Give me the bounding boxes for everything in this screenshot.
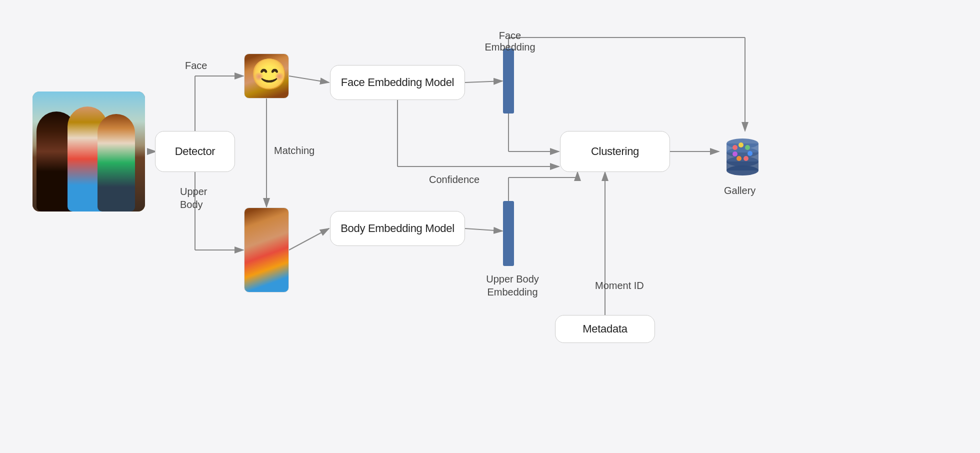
svg-point-34 [744,156,748,161]
arrows-svg [0,0,980,453]
gallery-icon [720,132,765,178]
svg-point-33 [748,151,752,156]
clustering-box: Clustering [560,131,670,172]
face-crop-image [244,54,289,98]
diagram-container: Detector Face Embedding Model Body Embed… [0,0,980,453]
upper-body-label: UpperBody [180,185,207,211]
body-embedding-model-label: Body Embedding Model [340,222,454,235]
confidence-label: Confidence [429,174,480,186]
detector-box: Detector [155,131,235,172]
svg-point-35 [736,156,742,161]
clustering-label: Clustering [591,145,639,158]
svg-point-32 [745,145,750,150]
svg-line-7 [289,76,329,82]
moment-id-label: Moment ID [595,280,644,292]
face-embedding-bar [503,48,514,114]
metadata-box: Metadata [555,315,655,343]
upper-body-embedding-label: Upper BodyEmbedding [480,272,545,298]
svg-point-36 [732,152,738,156]
svg-point-30 [732,145,738,150]
svg-point-31 [738,142,744,148]
face-label: Face [185,60,207,72]
face-embedding-title: Face Embedding [482,30,538,53]
body-embedding-bar [503,201,514,266]
matching-label: Matching [274,145,314,156]
face-embedding-model-label: Face Embedding Model [341,76,454,89]
body-embedding-model-box: Body Embedding Model [330,211,465,246]
svg-line-9 [465,81,502,82]
detector-label: Detector [175,145,216,158]
svg-line-10 [465,228,502,231]
source-photo [32,92,145,212]
face-embedding-model-box: Face Embedding Model [330,65,465,100]
svg-line-8 [289,228,329,250]
gallery-label: Gallery [724,185,756,196]
metadata-label: Metadata [582,322,627,336]
body-crop-image [244,208,289,292]
svg-point-29 [726,166,758,176]
